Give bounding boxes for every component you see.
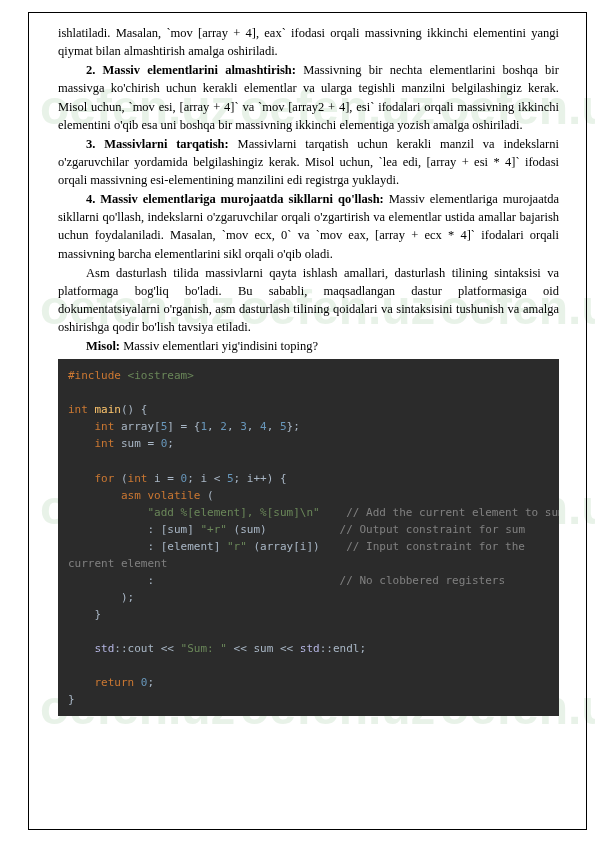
code-text: , [247,420,260,433]
code-text: , [227,420,240,433]
code-text: i = [147,472,180,485]
code-text: ( [114,472,127,485]
code-str: "r" [227,540,247,553]
code-text: : [68,574,154,587]
code-num: 2 [220,420,227,433]
code-num: 4 [260,420,267,433]
paragraph-2: 2. Massiv elementlarini almashtirish: Ma… [58,61,559,134]
code-str: "Sum: " [181,642,227,655]
code-text: (sum) [227,523,267,536]
code-text: ] [187,523,200,536]
paragraph-1: ishlatiladi. Masalan, `mov [array + 4], … [58,24,559,60]
code-text: (array[i]) [247,540,320,553]
code-text: : [ [68,523,167,536]
code-num: 5 [227,472,234,485]
code-text: , [207,420,220,433]
code-text: ( [200,489,213,502]
code-text: element [167,540,213,553]
code-include-kw: #include [68,369,121,382]
code-comment: // Input constraint for the [320,540,525,553]
code-kw: int [128,472,148,485]
code-text: ] = { [167,420,200,433]
code-comment: // No clobbered registers [154,574,505,587]
code-text: array [114,420,154,433]
code-text: ; i++) { [234,472,287,485]
code-ns: std [300,642,320,655]
code-kw: return [68,676,141,689]
code-text: , [267,420,280,433]
para2-title: 2. Massiv elementlarini almashtirish: [86,63,296,77]
code-text: } [68,693,75,706]
code-text: [ [154,420,161,433]
para6-title: Misol: [86,339,120,353]
code-text: } [68,608,101,621]
para3-title: 3. Massivlarni tarqatish: [86,137,229,151]
code-comment: // Output constraint for sum [267,523,525,536]
code-text: sum [167,523,187,536]
code-text: sum = [114,437,160,450]
code-num: 5 [280,420,287,433]
code-text: ); [68,591,134,604]
code-ns: std [68,642,114,655]
paragraph-5: Asm dasturlash tilida massivlarni qayta … [58,264,559,337]
code-fn: main [88,403,121,416]
code-num: 3 [240,420,247,433]
code-text: }; [287,420,300,433]
code-kw: int [68,437,114,450]
code-text: : [ [68,540,167,553]
text-body: ishlatiladi. Masalan, `mov [array + 4], … [58,24,559,355]
code-kw: int [68,420,114,433]
para4-title: 4. Massiv elementlariga murojaatda sikll… [86,192,384,206]
para6-body: Massiv elementlari yig'indisini toping? [120,339,318,353]
code-text: ] [214,540,227,553]
code-kw: int [68,403,88,416]
code-text: ; [167,437,174,450]
code-text: () { [121,403,148,416]
page-content: ishlatiladi. Masalan, `mov [array + 4], … [0,0,595,736]
code-block: #include <iostream> int main() { int arr… [58,359,559,716]
code-comment: current element [68,557,167,570]
code-str: "add %[element], %[sum]\n" [68,506,320,519]
code-kw: for [68,472,114,485]
paragraph-4: 4. Massiv elementlariga murojaatda sikll… [58,190,559,263]
code-str: "+r" [200,523,227,536]
paragraph-3: 3. Massivlarni tarqatish: Massivlarni ta… [58,135,559,189]
code-text: ::cout << [114,642,180,655]
code-text: ; [147,676,154,689]
code-text: ::endl; [320,642,366,655]
code-include-hdr: <iostream> [121,369,194,382]
code-comment: // Add the current element to sum [320,506,559,519]
code-text: ; i < [187,472,227,485]
code-kw: asm volatile [68,489,200,502]
paragraph-6: Misol: Massiv elementlari yig'indisini t… [58,337,559,355]
code-text: << sum << [227,642,300,655]
